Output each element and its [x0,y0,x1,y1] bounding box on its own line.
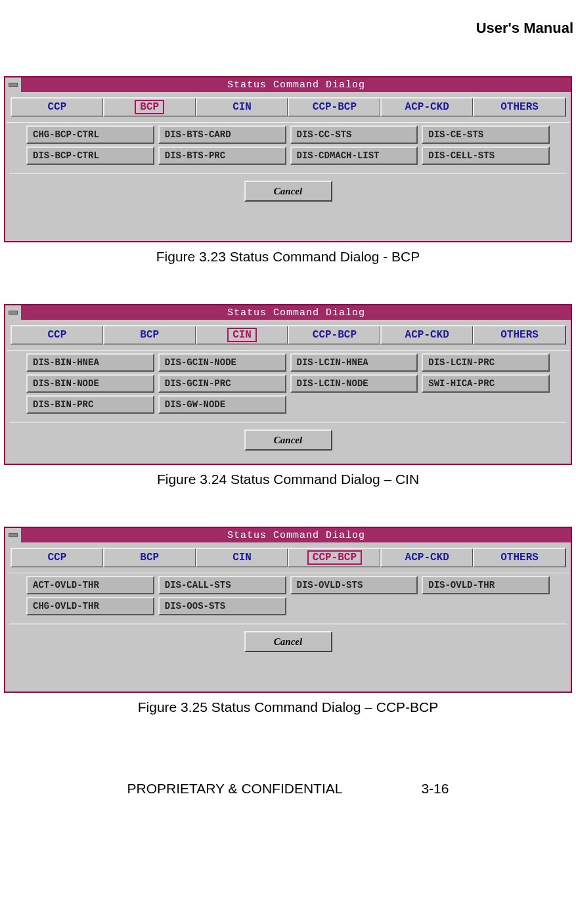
tab-acp-ckd[interactable]: ACP-CKD [380,548,474,567]
command-button[interactable]: ACT-OVLD-THR [26,576,154,594]
system-menu-button[interactable] [5,77,22,92]
tab-ccp[interactable]: CCP [11,97,104,117]
dialog-title: Status Command Dialog [22,528,571,542]
tab-others[interactable]: OTHERS [473,325,566,345]
tab-bcp[interactable]: BCP [103,97,196,117]
tab-label: CIN [227,328,257,342]
tab-label: CCP [48,552,67,563]
tab-others[interactable]: OTHERS [473,97,566,117]
tab-cin[interactable]: CIN [196,548,289,567]
cancel-button[interactable]: Cancel [244,429,332,451]
status-command-dialog: Status Command DialogCCPBCPCINCCP-BCPACP… [4,527,572,693]
page-header: User's Manual [0,20,576,37]
system-menu-icon [9,533,18,537]
command-button[interactable]: DIS-BCP-CTRL [26,146,154,165]
tab-acp-ckd[interactable]: ACP-CKD [380,325,474,345]
tab-label: ACP-CKD [405,552,449,563]
command-button[interactable]: DIS-CC-STS [290,125,418,144]
command-button[interactable]: DIS-BTS-CARD [158,125,286,144]
command-button[interactable]: SWI-HICA-PRC [422,374,550,393]
command-button[interactable]: DIS-LCIN-NODE [290,374,418,393]
command-button[interactable]: DIS-BTS-PRC [158,146,286,165]
cancel-row: Cancel [9,623,567,659]
tab-label: OTHERS [500,101,539,113]
command-grid: CHG-BCP-CTRLDIS-BTS-CARDDIS-CC-STSDIS-CE… [7,122,569,171]
tab-row: CCPBCPCINCCP-BCPACP-CKDOTHERS [7,96,569,122]
command-button[interactable]: DIS-OVLD-THR [422,576,550,594]
tab-row: CCPBCPCINCCP-BCPACP-CKDOTHERS [7,546,569,573]
command-button[interactable]: DIS-BIN-PRC [26,395,154,414]
command-button[interactable]: CHG-OVLD-THR [26,597,154,615]
titlebar: Status Command Dialog [5,528,571,542]
footer-left: PROPRIETARY & CONFIDENTIAL [127,781,343,797]
system-menu-button[interactable] [5,305,22,320]
command-button[interactable]: DIS-OOS-STS [158,597,286,615]
system-menu-button[interactable] [5,528,22,542]
titlebar: Status Command Dialog [5,305,571,320]
tab-label: OTHERS [500,552,539,563]
cancel-row: Cancel [9,422,567,457]
tab-ccp-bcp[interactable]: CCP-BCP [288,548,381,567]
status-command-dialog: Status Command DialogCCPBCPCINCCP-BCPACP… [4,304,572,465]
tab-label: ACP-CKD [405,101,449,113]
tab-label: BCP [140,329,159,341]
tab-acp-ckd[interactable]: ACP-CKD [380,97,474,117]
command-button[interactable]: DIS-LCIN-HNEA [290,353,418,372]
cancel-button[interactable]: Cancel [244,631,332,652]
status-command-dialog: Status Command DialogCCPBCPCINCCP-BCPACP… [4,76,572,242]
tab-ccp-bcp[interactable]: CCP-BCP [288,97,381,117]
tab-bcp[interactable]: BCP [103,548,196,567]
command-button[interactable]: DIS-GCIN-NODE [158,353,286,372]
tab-label: ACP-CKD [405,329,449,341]
command-button[interactable]: DIS-BIN-HNEA [26,353,154,372]
dialog-title: Status Command Dialog [22,305,571,320]
footer-right: 3-16 [421,781,449,797]
tab-label: CIN [233,101,252,113]
command-button[interactable]: DIS-CE-STS [422,125,550,144]
tab-cin[interactable]: CIN [196,325,289,345]
tab-ccp-bcp[interactable]: CCP-BCP [288,325,381,345]
tab-label: CCP-BCP [307,550,362,565]
tab-label: CCP [48,329,67,341]
figure-caption: Figure 3.23 Status Command Dialog - BCP [0,249,576,265]
command-button[interactable]: DIS-GCIN-PRC [158,374,286,393]
tab-label: CCP-BCP [313,329,357,341]
command-grid: ACT-OVLD-THRDIS-CALL-STSDIS-OVLD-STSDIS-… [7,573,569,622]
figure-caption: Figure 3.24 Status Command Dialog – CIN [0,472,576,487]
command-button[interactable]: DIS-CALL-STS [158,576,286,594]
titlebar: Status Command Dialog [5,77,571,92]
tab-others[interactable]: OTHERS [473,548,566,567]
cancel-row: Cancel [9,173,567,208]
command-button[interactable]: DIS-GW-NODE [158,395,286,414]
tab-row: CCPBCPCINCCP-BCPACP-CKDOTHERS [7,324,569,350]
command-button[interactable]: DIS-LCIN-PRC [422,353,550,372]
tab-label: BCP [135,100,164,114]
command-button[interactable]: DIS-OVLD-STS [290,576,418,594]
command-button[interactable]: DIS-CDMACH-LIST [290,146,418,165]
command-button[interactable]: DIS-CELL-STS [422,146,550,165]
dialog-title: Status Command Dialog [22,77,571,92]
system-menu-icon [9,311,18,315]
tab-bcp[interactable]: BCP [103,325,196,345]
command-button[interactable]: CHG-BCP-CTRL [26,125,154,144]
command-button[interactable]: DIS-BIN-NODE [26,374,154,393]
command-grid: DIS-BIN-HNEADIS-GCIN-NODEDIS-LCIN-HNEADI… [7,350,569,420]
system-menu-icon [9,83,18,87]
tab-label: CCP [48,101,67,113]
tab-ccp[interactable]: CCP [11,325,104,345]
page-footer: PROPRIETARY & CONFIDENTIAL 3-16 [0,781,576,797]
tab-cin[interactable]: CIN [196,97,289,117]
cancel-button[interactable]: Cancel [244,181,332,202]
tab-label: CIN [233,552,252,563]
tab-label: OTHERS [500,329,539,341]
tab-ccp[interactable]: CCP [11,548,104,567]
tab-label: BCP [140,552,159,563]
tab-label: CCP-BCP [313,101,357,113]
figure-caption: Figure 3.25 Status Command Dialog – CCP-… [0,699,576,715]
